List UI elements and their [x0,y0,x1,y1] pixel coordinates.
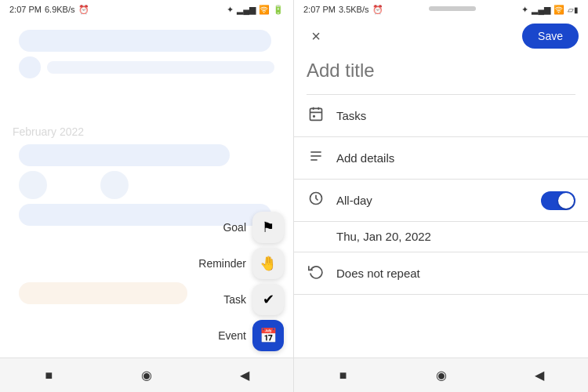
event-label: Event [218,329,246,342]
right-data-speed: 3.5KB/s [339,5,369,14]
svg-point-1 [314,116,315,118]
tasks-label: Tasks [336,109,366,122]
allday-label: All-day [336,194,372,207]
title-input-area [294,53,588,94]
tasks-icon [307,106,325,125]
right-battery-icon: ▱▮ [568,5,579,14]
right-status-bar: 2:07 PM 3.5KB/s ⏰ ✦ ▂▄▆ 🛜 ▱▮ [294,0,588,19]
details-row[interactable]: Add details [294,137,588,180]
menu-item-task[interactable]: Task ✔ [223,284,284,315]
repeat-label: Does not repeat [336,267,420,280]
left-status-right: ✦ ▂▄▆ 🛜 🔋 [227,5,284,15]
close-button[interactable]: × [303,24,328,49]
fake-tree-icon-2 [100,171,129,199]
left-alarm-icon: ⏰ [78,5,89,15]
fake-text-1 [47,61,274,74]
repeat-content: Does not repeat [336,267,575,280]
repeat-icon [307,263,325,283]
menu-item-event[interactable]: Event 📅 [218,320,284,351]
task-icon[interactable]: ✔ [252,284,284,315]
details-label: Add details [336,151,394,165]
reminder-label: Reminder [198,257,246,270]
left-nav-circle[interactable]: ◉ [136,365,158,387]
goal-label: Goal [223,221,246,234]
fake-avatar-1 [19,56,41,78]
left-panel: 2:07 PM 6.9KB/s ⏰ ✦ ▂▄▆ 🛜 🔋 February 202… [0,0,294,392]
allday-content: All-day [336,191,575,210]
fake-row-1 [19,56,274,78]
date-label: Thu, Jan 20, 2022 [336,230,431,243]
right-wifi-icon: 🛜 [554,5,564,15]
allday-toggle[interactable] [541,191,575,210]
right-top-bar: × Save [294,19,588,53]
left-battery-icon: 🔋 [273,5,284,15]
repeat-row[interactable]: Does not repeat [294,252,588,295]
left-wifi-icon: 🛜 [259,5,270,15]
allday-icon [307,191,325,210]
left-signal-icon: ▂▄▆ [237,5,256,15]
right-time: 2:07 PM [303,5,336,14]
menu-item-reminder[interactable]: Reminder 🤚 [198,248,284,279]
task-label: Task [223,293,246,306]
month-label: February 2022 [13,125,287,138]
right-status-left: 2:07 PM 3.5KB/s ⏰ [303,5,383,15]
right-nav-square[interactable]: ■ [332,365,354,387]
goal-icon[interactable]: ⚑ [252,212,284,243]
fake-bar-4 [19,282,187,304]
menu-item-goal[interactable]: Goal ⚑ [223,212,284,243]
toggle-knob [558,193,574,209]
right-status-icons: ✦ ▂▄▆ 🛜 ▱▮ [521,5,579,15]
tasks-content: Tasks [336,109,575,122]
right-panel: 2:07 PM 3.5KB/s ⏰ ✦ ▂▄▆ 🛜 ▱▮ × Save [294,0,588,392]
right-nav-circle[interactable]: ◉ [430,365,452,387]
reminder-icon[interactable]: 🤚 [252,248,284,279]
right-nav-back[interactable]: ◀ [528,365,550,387]
title-input[interactable] [307,60,575,82]
right-nav-bar: ■ ◉ ◀ [294,358,588,392]
svg-rect-0 [310,108,322,120]
left-status-left: 2:07 PM 6.9KB/s ⏰ [9,5,89,15]
details-icon [307,148,325,168]
fake-bar-1 [19,30,271,52]
left-nav-back[interactable]: ◀ [234,365,256,387]
fake-bar-2 [19,144,230,166]
event-icon[interactable]: 📅 [252,320,284,351]
right-alarm-icon: ⏰ [372,5,383,15]
top-notch [429,6,476,11]
left-status-bar: 2:07 PM 6.9KB/s ⏰ ✦ ▂▄▆ 🛜 🔋 [0,0,293,19]
left-data-speed: 6.9KB/s [45,5,75,14]
left-nav-square[interactable]: ■ [38,365,60,387]
allday-row[interactable]: All-day [294,180,588,222]
left-time: 2:07 PM [9,5,42,14]
left-nav-bar: ■ ◉ ◀ [0,358,293,392]
right-signal-icon: ▂▄▆ [532,5,550,15]
floating-menu: Goal ⚑ Reminder 🤚 Task ✔ Event 📅 [198,212,284,351]
details-content: Add details [336,151,575,165]
right-bluetooth-icon: ✦ [521,5,528,15]
left-bluetooth-icon: ✦ [227,5,234,15]
fake-tree-icon-1 [19,171,47,199]
tasks-row[interactable]: Tasks [294,95,588,137]
date-row[interactable]: Thu, Jan 20, 2022 [294,222,588,252]
save-button[interactable]: Save [522,24,579,49]
